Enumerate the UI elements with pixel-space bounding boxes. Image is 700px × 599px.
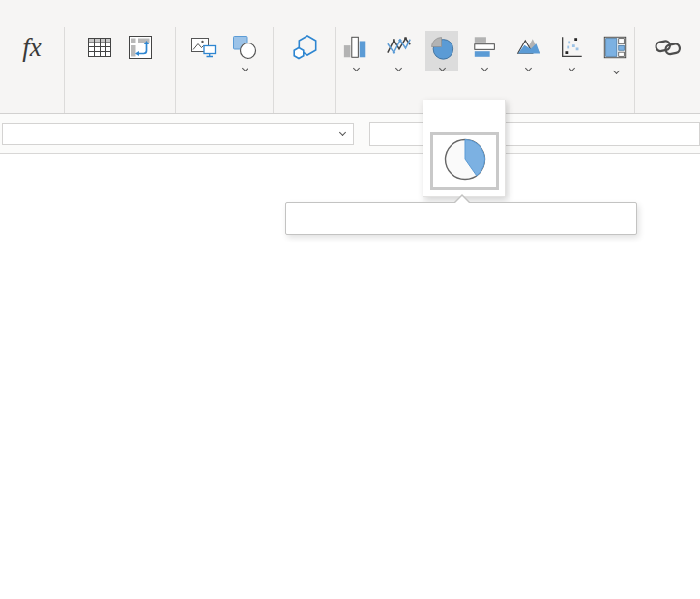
pie-tooltip [285, 202, 637, 235]
group-label-addins [274, 96, 335, 113]
bar-chart-icon [472, 32, 499, 63]
ribbon-group-links [635, 27, 700, 113]
fx-icon: fx [22, 32, 42, 63]
other-charts-icon [601, 32, 628, 63]
name-box[interactable] [2, 123, 354, 145]
group-label-functions [0, 96, 64, 113]
ribbon-group-addins [274, 27, 336, 113]
area-chart-button[interactable] [512, 31, 545, 71]
pie-chart-icon [428, 32, 455, 63]
function-button[interactable]: fx [19, 31, 44, 64]
ribbon-group-tables [65, 27, 176, 113]
chevron-down-icon [339, 128, 346, 135]
pie-2d-option[interactable] [430, 132, 499, 190]
bar-chart-button[interactable] [469, 31, 502, 71]
pie-2d-icon [443, 137, 487, 185]
office-addins-icon [290, 32, 319, 63]
hyperlink-icon [654, 32, 683, 63]
office-addins-button[interactable] [287, 31, 322, 64]
chevron-down-icon [569, 65, 575, 71]
hyperlink-button[interactable] [651, 31, 685, 64]
pivottable-icon [126, 32, 155, 63]
table-icon [85, 32, 114, 63]
chevron-down-icon [352, 65, 359, 71]
line-chart-button[interactable] [383, 31, 416, 71]
menu-bar [0, 0, 700, 27]
other-charts-button[interactable] [598, 31, 631, 78]
pivottable-button[interactable] [123, 31, 158, 64]
other-charts-label [611, 63, 619, 77]
chevron-down-icon [525, 65, 532, 71]
picture-icon [190, 32, 219, 63]
tooltip-arrow-fill [454, 196, 470, 204]
group-label-illustrations [176, 96, 273, 113]
column-chart-button[interactable] [339, 31, 372, 71]
chevron-down-icon [613, 68, 620, 74]
chevron-down-icon [395, 65, 402, 71]
pie-dropdown-panel [423, 100, 506, 197]
ribbon: fx [0, 27, 700, 114]
line-chart-icon [386, 32, 413, 63]
chevron-down-icon [481, 65, 488, 71]
scatter-chart-icon [558, 32, 585, 63]
ribbon-group-illustrations [176, 27, 274, 113]
picture-button[interactable] [187, 31, 221, 64]
group-label-links [635, 96, 700, 113]
shapes-button[interactable] [227, 31, 262, 71]
group-label-tables [65, 96, 175, 113]
column-chart-icon [342, 32, 369, 63]
ribbon-group-functions: fx [0, 27, 65, 113]
table-button[interactable] [82, 31, 117, 64]
chevron-down-icon [439, 65, 446, 71]
formula-bar [0, 114, 700, 154]
scatter-chart-button[interactable] [555, 31, 588, 71]
pie-chart-button[interactable] [425, 31, 458, 71]
area-chart-icon [515, 32, 542, 63]
chevron-down-icon [241, 65, 248, 71]
shapes-icon [230, 32, 259, 63]
